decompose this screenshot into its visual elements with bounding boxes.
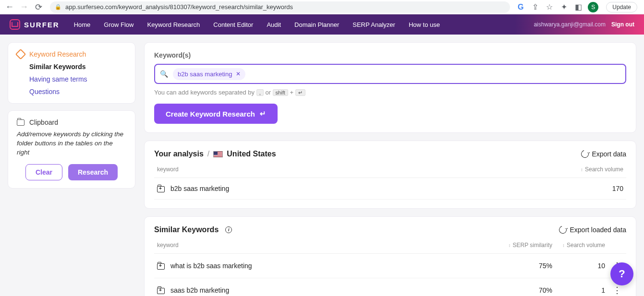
reload-icon[interactable]: ⟳ (33, 1, 44, 13)
nav-content-editor[interactable]: Content Editor (213, 21, 253, 28)
chip-remove-icon[interactable]: ✕ (236, 71, 241, 77)
col-keyword: keyword (154, 237, 483, 254)
add-folder-icon[interactable] (157, 288, 165, 294)
share-icon[interactable]: ⇪ (530, 2, 540, 12)
main-column: Keyword(s) 🔍 b2b saas marketing ✕ You ca… (144, 42, 636, 288)
export-icon (580, 149, 590, 159)
star-icon[interactable]: ☆ (545, 2, 554, 12)
keyword-hint: You can add keywords separated by , or s… (154, 89, 626, 96)
logo-mark-icon (10, 19, 20, 30)
export-loaded-link[interactable]: Export loaded data (559, 226, 626, 234)
table-row: what is b2b saas marketing 75% 10 ⋮ (154, 254, 626, 278)
nav-audit[interactable]: Audit (267, 21, 281, 28)
analysis-panel: Your analysis / United States Export dat… (144, 141, 636, 209)
sidebar-section-title[interactable]: Keyword Research (17, 50, 126, 58)
clipboard-desc: Add/remove keywords by clicking the fold… (17, 130, 126, 157)
search-icon: 🔍 (160, 70, 168, 78)
similar-table: keyword ↕SERP similarity ↕Search volume … (154, 237, 626, 296)
clipboard-card: Clipboard Add/remove keywords by clickin… (8, 110, 135, 189)
col-serp[interactable]: ↕SERP similarity (483, 237, 555, 254)
app-header: SURFER Home Grow Flow Keyword Research C… (0, 14, 644, 35)
col-volume[interactable]: ↕Search volume (559, 161, 626, 178)
col-volume[interactable]: ↕Search volume (555, 237, 608, 254)
profile-avatar[interactable]: S (588, 2, 598, 12)
lock-icon: 🔒 (55, 4, 61, 10)
brand-text: SURFER (24, 21, 60, 29)
sidebar-nav-card: Keyword Research Similar Keywords Having… (8, 42, 135, 104)
keyword-input-box[interactable]: 🔍 b2b saas marketing ✕ (154, 64, 626, 84)
keyword-input-panel: Keyword(s) 🔍 b2b saas marketing ✕ You ca… (144, 42, 636, 133)
diamond-icon (15, 49, 26, 60)
analysis-title: Your analysis (154, 150, 204, 158)
clipboard-title: Clipboard (29, 118, 58, 126)
keywords-label: Keyword(s) (154, 51, 626, 59)
clear-button[interactable]: Clear (25, 164, 62, 180)
address-bar[interactable]: 🔒 app.surferseo.com/keyword_analysis/810… (50, 1, 510, 13)
export-icon (558, 225, 569, 235)
export-data-link[interactable]: Export data (581, 150, 626, 158)
forward-icon[interactable]: → (18, 1, 30, 13)
similar-panel: Similar Keywords i Export loaded data ke… (144, 216, 636, 296)
panel-icon[interactable]: ◧ (573, 2, 583, 12)
url-text: app.surferseo.com/keyword_analysis/81030… (65, 3, 293, 11)
analysis-country: United States (227, 150, 276, 158)
enter-icon: ↵ (260, 109, 266, 118)
nav-how-to-use[interactable]: How to use (409, 21, 440, 28)
analysis-table: keyword ↕Search volume b2b saas marketin… (154, 161, 626, 200)
info-icon[interactable]: i (225, 226, 232, 233)
main-nav: Home Grow Flow Keyword Research Content … (74, 21, 440, 28)
user-email: aishwarya.ganji@gmail.com (534, 21, 606, 28)
nav-keyword-research[interactable]: Keyword Research (147, 21, 200, 28)
help-fab[interactable]: ? (610, 262, 633, 285)
sidebar-item-similar[interactable]: Similar Keywords (29, 63, 126, 71)
keyword-chip: b2b saas marketing ✕ (173, 68, 245, 80)
add-folder-icon[interactable] (157, 263, 165, 270)
update-button[interactable]: Update (606, 2, 637, 12)
add-folder-icon[interactable] (157, 186, 165, 192)
create-research-button[interactable]: Create Keyword Research↵ (154, 104, 278, 124)
table-row: saas b2b marketing 70% 1 ⋮ (154, 278, 626, 296)
logo[interactable]: SURFER (10, 19, 60, 30)
google-icon[interactable]: G (516, 2, 525, 12)
sidebar-item-questions[interactable]: Questions (29, 88, 126, 95)
signout-link[interactable]: Sign out (611, 21, 634, 28)
back-icon[interactable]: ← (4, 1, 15, 13)
extensions-icon[interactable]: ✦ (559, 2, 569, 12)
nav-domain-planner[interactable]: Domain Planner (294, 21, 339, 28)
col-keyword: keyword (154, 161, 559, 178)
similar-title: Similar Keywords (154, 225, 219, 234)
sidebar-item-same-terms[interactable]: Having same terms (29, 75, 126, 83)
browser-chrome: ← → ⟳ 🔒 app.surferseo.com/keyword_analys… (0, 0, 644, 14)
table-row: b2b saas marketing 170 (154, 178, 626, 200)
nav-home[interactable]: Home (74, 21, 91, 28)
keyword-text-input[interactable] (250, 70, 620, 78)
nav-growflow[interactable]: Grow Flow (104, 21, 134, 28)
more-icon[interactable]: ⋮ (611, 285, 623, 295)
research-button[interactable]: Research (68, 164, 118, 180)
sidebar: Keyword Research Similar Keywords Having… (8, 42, 135, 288)
nav-serp-analyzer[interactable]: SERP Analyzer (352, 21, 395, 28)
us-flag-icon (213, 151, 223, 157)
folder-icon (17, 119, 24, 126)
